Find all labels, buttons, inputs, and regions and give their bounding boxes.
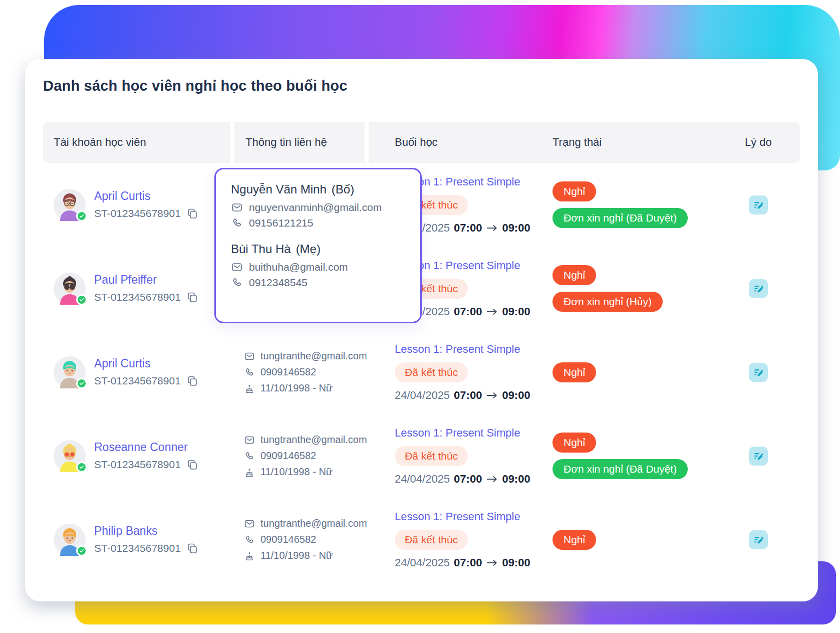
session-status-badge: Đã kết thúc bbox=[395, 362, 468, 382]
session-cell: Lesson 1: Present Simple Đã kết thúc 24/… bbox=[369, 498, 546, 581]
edit-note-icon[interactable] bbox=[749, 530, 768, 549]
status-badge-leave-request: Đơn xin nghỉ (Đã Duyệt) bbox=[552, 208, 688, 228]
parent-name: Nguyễn Văn Minh(Bố) bbox=[231, 182, 405, 196]
parent-relation: (Mẹ) bbox=[296, 242, 321, 256]
student-name-link[interactable]: Philip Banks bbox=[94, 524, 158, 537]
parent-phone: 0912348545 bbox=[231, 277, 405, 289]
lesson-link[interactable]: Lesson 1: Present Simple bbox=[395, 510, 520, 523]
student-identity: Roseanne Conner ST-012345678901 bbox=[94, 441, 199, 471]
status-badge-leave-request: Đơn xin nghỉ (Đã Duyệt) bbox=[552, 459, 688, 479]
session-time-end: 09:00 bbox=[502, 389, 530, 402]
student-identity: Paul Pfeiffer ST-012345678901 bbox=[94, 273, 199, 304]
column-header-student-account: Tài khoản học viên bbox=[43, 122, 230, 163]
session-time-end: 09:00 bbox=[502, 473, 530, 486]
session-time-end: 09:00 bbox=[502, 305, 530, 318]
contact-popover: Nguyễn Văn Minh(Bố) nguyenvanminh@gmail.… bbox=[214, 168, 422, 323]
column-header-status: Trạng thái bbox=[546, 122, 745, 163]
page-title: Danh sách học viên nghỉ học theo buổi họ… bbox=[43, 78, 800, 94]
parent-email: buithuha@gmail.com bbox=[231, 261, 405, 273]
student-avatar bbox=[54, 524, 86, 556]
contact-cell: tungtranthe@gmail.com 0909146582 11/10/1… bbox=[230, 414, 369, 498]
session-date: 24/04/2025 bbox=[395, 556, 450, 569]
phone-icon bbox=[231, 277, 243, 289]
contact-email: tungtranthe@gmail.com bbox=[244, 350, 367, 362]
phone-icon bbox=[231, 217, 243, 229]
session-time-start: 07:00 bbox=[454, 222, 482, 235]
session-time-start: 07:00 bbox=[454, 556, 482, 569]
student-name-link[interactable]: April Curtis bbox=[94, 189, 150, 202]
phone-icon bbox=[244, 534, 255, 545]
student-avatar bbox=[54, 189, 86, 221]
column-header-session: Buổi học bbox=[369, 122, 546, 163]
arrow-right-icon bbox=[486, 391, 498, 399]
status-badge-absent: Nghỉ bbox=[552, 265, 596, 285]
mail-icon bbox=[231, 201, 243, 214]
parent-name: Bùi Thu Hà(Mẹ) bbox=[231, 242, 405, 256]
student-name-link[interactable]: April Curtis bbox=[94, 357, 150, 370]
contact-info: tungtranthe@gmail.com 0909146582 11/10/1… bbox=[244, 518, 367, 561]
parent-name-text: Bùi Thu Hà bbox=[231, 242, 291, 256]
student-avatar bbox=[54, 356, 86, 388]
edit-note-icon[interactable] bbox=[749, 195, 768, 215]
mail-icon bbox=[244, 351, 255, 362]
edit-note-icon[interactable] bbox=[749, 447, 768, 466]
student-cell: Paul Pfeiffer ST-012345678901 bbox=[43, 247, 230, 330]
copy-icon[interactable] bbox=[186, 374, 199, 387]
student-avatar bbox=[54, 440, 86, 472]
session-time-start: 07:00 bbox=[454, 473, 482, 486]
mail-icon bbox=[244, 518, 255, 529]
reason-cell bbox=[745, 498, 801, 581]
student-id: ST-012345678901 bbox=[94, 459, 181, 471]
session-status-badge: Đã kết thúc bbox=[395, 530, 468, 550]
status-badge-absent: Nghỉ bbox=[552, 181, 596, 201]
parent-relation: (Bố) bbox=[332, 182, 354, 196]
student-name-link[interactable]: Roseanne Conner bbox=[94, 441, 188, 454]
status-cell: Nghỉ Đơn xin nghỉ (Hủy) bbox=[546, 247, 745, 330]
session-date: 24/04/2025 bbox=[395, 389, 450, 402]
status-cell: Nghỉ bbox=[546, 498, 745, 581]
copy-icon[interactable] bbox=[186, 291, 199, 304]
parent-name-text: Nguyễn Văn Minh bbox=[231, 182, 327, 196]
parent-email: nguyenvanminh@gmail.com bbox=[231, 201, 405, 214]
reason-cell bbox=[745, 414, 801, 498]
contact-email: tungtranthe@gmail.com bbox=[244, 434, 367, 446]
absence-list-card: Danh sách học viên nghỉ học theo buổi họ… bbox=[25, 59, 818, 601]
lesson-link[interactable]: Lesson 1: Present Simple bbox=[395, 343, 520, 356]
contact-phone: 0909146582 bbox=[244, 534, 367, 545]
student-name-link[interactable]: Paul Pfeiffer bbox=[94, 273, 157, 286]
contact-dob: 11/10/1998 - Nữ bbox=[244, 466, 367, 478]
parent-phone: 09156121215 bbox=[231, 217, 405, 229]
status-badge-leave-request: Đơn xin nghỉ (Hủy) bbox=[552, 292, 663, 312]
session-datetime: 24/04/2025 07:00 09:00 bbox=[395, 473, 530, 486]
session-time-end: 09:00 bbox=[502, 556, 530, 569]
student-id: ST-012345678901 bbox=[94, 375, 181, 387]
verified-badge-icon bbox=[76, 545, 87, 556]
status-badge-absent: Nghỉ bbox=[552, 362, 596, 382]
mail-icon bbox=[244, 435, 255, 446]
edit-note-icon[interactable] bbox=[749, 279, 768, 298]
verified-badge-icon bbox=[76, 378, 87, 389]
student-cell: April Curtis ST-012345678901 bbox=[43, 163, 230, 247]
copy-icon[interactable] bbox=[186, 207, 199, 220]
parent-contact-card: Bùi Thu Hà(Mẹ) buithuha@gmail.com 091234… bbox=[231, 242, 405, 289]
contact-cell: tungtranthe@gmail.com 0909146582 11/10/1… bbox=[230, 498, 369, 581]
copy-icon[interactable] bbox=[186, 458, 199, 471]
status-badge-absent: Nghỉ bbox=[552, 530, 596, 550]
contact-phone: 0909146582 bbox=[244, 450, 367, 462]
student-avatar bbox=[54, 273, 86, 305]
table-row: Philip Banks ST-012345678901 tungtranthe… bbox=[43, 498, 800, 581]
edit-note-icon[interactable] bbox=[749, 363, 768, 382]
student-identity: Philip Banks ST-012345678901 bbox=[94, 524, 199, 555]
copy-icon[interactable] bbox=[186, 542, 199, 555]
session-time-end: 09:00 bbox=[502, 222, 530, 235]
verified-badge-icon bbox=[76, 294, 87, 305]
student-cell: April Curtis ST-012345678901 bbox=[43, 330, 230, 414]
session-datetime: 24/04/2025 07:00 09:00 bbox=[395, 556, 530, 569]
student-cell: Philip Banks ST-012345678901 bbox=[43, 498, 230, 581]
verified-badge-icon bbox=[76, 462, 87, 473]
contact-dob: 11/10/1998 - Nữ bbox=[244, 382, 367, 394]
session-status-badge: Đã kết thúc bbox=[395, 446, 468, 466]
student-id: ST-012345678901 bbox=[94, 291, 181, 303]
lesson-link[interactable]: Lesson 1: Present Simple bbox=[395, 427, 520, 440]
session-cell: Lesson 1: Present Simple Đã kết thúc 24/… bbox=[369, 414, 546, 498]
